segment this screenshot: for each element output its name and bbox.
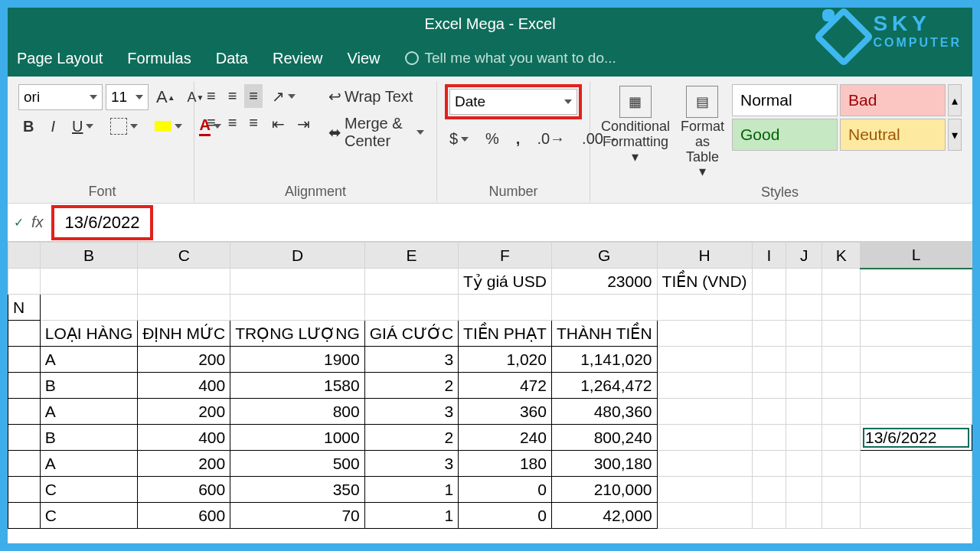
tab-data[interactable]: Data (216, 50, 248, 67)
cell[interactable]: 1,141,020 (551, 347, 657, 373)
col-header[interactable] (8, 243, 41, 269)
format-as-table-button[interactable]: ▤ Format asTable ▾ (678, 84, 727, 181)
percent-format-button[interactable]: % (481, 127, 504, 151)
cell[interactable] (860, 347, 972, 373)
cell[interactable]: 200 (138, 399, 230, 425)
font-size-combo[interactable]: 11 (106, 84, 149, 110)
cell[interactable] (657, 399, 752, 425)
border-button[interactable] (106, 115, 142, 138)
cell[interactable] (459, 295, 552, 321)
cell[interactable]: Tỷ giá USD (459, 269, 552, 295)
cell[interactable] (8, 425, 41, 451)
cell[interactable]: 1,264,472 (551, 373, 657, 399)
cell[interactable]: GIÁ CƯỚC (364, 321, 458, 347)
cell[interactable]: A (40, 451, 137, 477)
cell[interactable]: ĐỊNH MỨC (138, 321, 230, 347)
cell[interactable] (752, 425, 786, 451)
cell[interactable]: 3 (364, 399, 458, 425)
cell[interactable] (860, 399, 972, 425)
cell[interactable]: 180 (459, 451, 552, 477)
accounting-format-button[interactable]: $ (445, 127, 473, 151)
cell[interactable]: B (40, 425, 137, 451)
cell[interactable] (657, 347, 752, 373)
col-header[interactable]: B (40, 243, 137, 269)
cell[interactable] (8, 321, 41, 347)
cell[interactable] (8, 347, 41, 373)
cell[interactable] (786, 321, 822, 347)
cell[interactable]: 70 (230, 503, 365, 529)
cell[interactable] (786, 477, 822, 503)
tab-view[interactable]: View (348, 50, 381, 67)
underline-button[interactable]: U (67, 115, 98, 139)
wrap-text-button[interactable]: ↩ Wrap Text (324, 84, 417, 109)
cell[interactable] (230, 295, 365, 321)
cell[interactable] (786, 451, 822, 477)
cell[interactable]: 200 (138, 347, 230, 373)
cell[interactable]: 800,240 (551, 425, 657, 451)
italic-button[interactable]: I (46, 115, 60, 139)
align-left-button[interactable]: ≡ (202, 111, 220, 135)
align-top-button[interactable]: ≡ (202, 84, 220, 108)
cell[interactable] (786, 503, 822, 529)
col-header[interactable]: F (459, 243, 552, 269)
cell[interactable] (786, 373, 822, 399)
cell[interactable] (860, 373, 972, 399)
cell[interactable] (40, 269, 137, 295)
cell[interactable]: A (40, 399, 137, 425)
cell[interactable] (752, 503, 786, 529)
cell[interactable] (8, 399, 41, 425)
merge-center-button[interactable]: ⬌ Merge & Center (324, 112, 429, 153)
cell[interactable] (822, 477, 861, 503)
cell[interactable]: 0 (459, 477, 552, 503)
col-header[interactable]: L (860, 243, 972, 269)
cell[interactable]: 200 (138, 451, 230, 477)
cell[interactable] (822, 321, 861, 347)
fx-icon[interactable]: fx (31, 214, 44, 231)
cell[interactable] (752, 373, 786, 399)
cell[interactable] (752, 295, 786, 321)
cell-style-bad[interactable]: Bad (840, 84, 946, 116)
cell[interactable] (860, 269, 972, 295)
cell[interactable] (657, 451, 752, 477)
cell[interactable]: TRỌNG LƯỢNG (230, 321, 365, 347)
cell[interactable]: 500 (230, 451, 365, 477)
cell[interactable] (822, 347, 861, 373)
cell[interactable] (8, 503, 41, 529)
cell[interactable] (786, 269, 822, 295)
col-header[interactable]: K (822, 243, 861, 269)
cell[interactable] (752, 321, 786, 347)
spreadsheet-area[interactable]: B C D E F G H I J K L Tỷ giá USD 23000 T… (8, 242, 972, 543)
cell[interactable]: 1000 (230, 425, 365, 451)
cell[interactable] (860, 321, 972, 347)
cell[interactable] (657, 373, 752, 399)
cell[interactable] (8, 451, 41, 477)
formula-bar-value[interactable]: 13/6/2022 (51, 205, 154, 240)
cell[interactable] (860, 295, 972, 321)
cell[interactable]: 240 (459, 425, 552, 451)
cell[interactable] (364, 269, 458, 295)
cell[interactable] (657, 295, 752, 321)
cell[interactable] (752, 269, 786, 295)
cell[interactable]: 1 (364, 503, 458, 529)
cell[interactable] (786, 399, 822, 425)
cell[interactable] (860, 451, 972, 477)
cell[interactable] (860, 503, 972, 529)
col-header[interactable]: C (138, 243, 230, 269)
enter-check-icon[interactable]: ✓ (14, 215, 24, 230)
cell[interactable] (657, 321, 752, 347)
cell[interactable]: 800 (230, 399, 365, 425)
cell[interactable]: 300,180 (551, 451, 657, 477)
cell-style-normal[interactable]: Normal (732, 84, 838, 116)
cell[interactable]: 600 (138, 477, 230, 503)
cell[interactable] (657, 503, 752, 529)
grow-font-button[interactable]: A▲ (152, 84, 180, 110)
number-format-combo[interactable]: Date (449, 89, 577, 115)
orientation-button[interactable]: ↗ (267, 84, 300, 109)
cell[interactable]: 1580 (230, 373, 365, 399)
cell-style-good[interactable]: Good (732, 119, 838, 151)
cell[interactable] (822, 295, 861, 321)
tab-review[interactable]: Review (273, 50, 323, 67)
cell[interactable] (657, 477, 752, 503)
bold-button[interactable]: B (18, 115, 38, 139)
cell[interactable] (8, 373, 41, 399)
